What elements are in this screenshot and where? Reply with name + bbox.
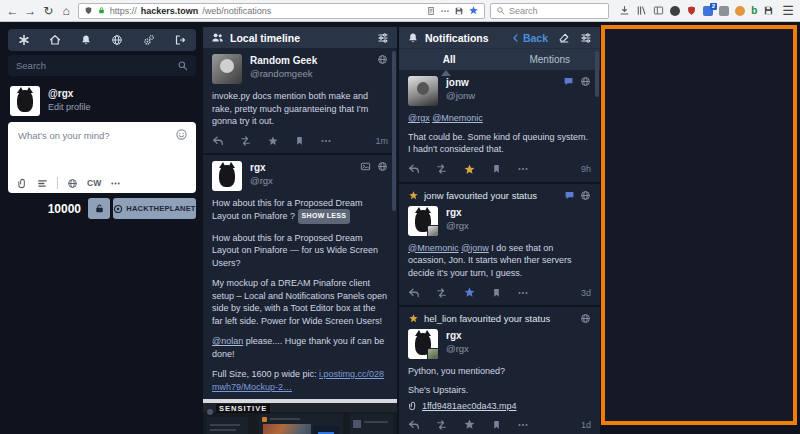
mention-link[interactable]: @jonw <box>461 243 489 253</box>
mention-link[interactable]: @rgx <box>408 113 430 123</box>
content-warning-button[interactable]: CW <box>87 178 101 188</box>
favourite-star-icon[interactable] <box>463 163 476 176</box>
notif-author-handle[interactable]: @rgx <box>446 343 469 354</box>
favourite-star-icon[interactable] <box>267 135 279 147</box>
home-icon[interactable] <box>49 34 61 46</box>
notif-author-name[interactable]: rgx <box>446 207 469 218</box>
show-less-button[interactable]: SHOW LESS <box>298 209 351 224</box>
bookmark-icon[interactable] <box>491 163 502 175</box>
avatar[interactable] <box>212 54 242 84</box>
url-bar[interactable]: https://hackers.town/web/notifications <box>78 3 485 19</box>
reply-icon[interactable] <box>408 287 420 299</box>
mention-link[interactable]: @Mnemonic <box>408 243 459 253</box>
favourite-star-icon[interactable] <box>463 286 476 299</box>
submit-toot-button[interactable]: HACKTHEPLANET <box>113 198 196 219</box>
extension-dark-circle-icon[interactable] <box>670 6 680 16</box>
notif-timestamp[interactable]: 1d <box>581 420 591 430</box>
post-author-name[interactable]: Random Geek <box>250 55 317 66</box>
boost-icon[interactable] <box>435 163 448 175</box>
page-actions-icon[interactable] <box>440 6 450 16</box>
search-input[interactable]: Search <box>8 55 196 76</box>
tab-mentions[interactable]: Mentions <box>500 49 601 70</box>
notif-author-handle[interactable]: @rgx <box>446 220 469 231</box>
sensitive-badge[interactable]: SENSITIVE <box>216 404 270 413</box>
globe-icon[interactable] <box>111 34 123 46</box>
avatar[interactable] <box>212 161 242 191</box>
chat-bubble-icon[interactable] <box>563 76 574 87</box>
reply-icon[interactable] <box>408 419 420 431</box>
column-settings-icon[interactable] <box>377 32 389 44</box>
post-author-name[interactable]: rgx <box>250 162 273 173</box>
save-page-icon[interactable] <box>454 6 464 16</box>
more-options-icon[interactable] <box>110 178 121 189</box>
avatar[interactable] <box>408 329 438 359</box>
avatar[interactable] <box>408 76 438 106</box>
menu-hamburger-icon[interactable]: ☰ <box>782 4 794 17</box>
bell-icon[interactable] <box>80 34 92 46</box>
sign-out-icon[interactable] <box>174 34 186 46</box>
chat-bubble-icon[interactable] <box>564 190 575 201</box>
avatar[interactable] <box>408 206 438 236</box>
bookmark-icon[interactable] <box>294 135 305 147</box>
favourite-star-icon[interactable] <box>463 418 476 431</box>
more-icon[interactable] <box>517 419 529 431</box>
more-icon[interactable] <box>320 135 332 147</box>
post-author-handle[interactable]: @randomgeek <box>250 68 317 79</box>
attach-icon[interactable] <box>17 178 28 189</box>
reply-icon[interactable] <box>408 163 420 175</box>
bookmark-icon[interactable] <box>491 419 502 431</box>
attachment-link[interactable]: 1ffd9481aec0da43.mp4 <box>408 401 591 411</box>
post-author-handle[interactable]: @rgx <box>250 175 273 186</box>
library-icon[interactable] <box>636 5 647 16</box>
downloads-icon[interactable] <box>619 5 630 16</box>
notif-author-handle[interactable]: @jonw <box>446 90 475 101</box>
more-icon[interactable] <box>517 163 529 175</box>
boost-icon[interactable] <box>435 419 448 431</box>
reply-icon[interactable] <box>212 135 224 147</box>
notif-author-name[interactable]: jonw <box>446 77 475 88</box>
tab-all[interactable]: All <box>399 49 500 70</box>
tracking-shield-icon[interactable] <box>84 6 93 15</box>
notifications-scrollbar[interactable] <box>595 51 599 97</box>
profile-block[interactable]: @rgx Edit profile <box>10 86 196 116</box>
notif-timestamp[interactable]: 3d <box>581 288 591 298</box>
mention-link[interactable]: @Mnemonic <box>432 113 483 123</box>
compose-box[interactable]: What's on your mind? CW <box>8 122 196 193</box>
back-icon[interactable]: ← <box>6 5 19 17</box>
unlisted-lock-button[interactable] <box>88 198 110 219</box>
extension-blue-icon[interactable]: 2 <box>703 6 713 16</box>
extension-b-icon[interactable]: b <box>751 6 757 16</box>
column-settings-icon[interactable] <box>580 32 592 44</box>
post-timestamp[interactable]: 1m <box>375 136 388 146</box>
forward-icon[interactable]: → <box>24 5 37 17</box>
boost-icon[interactable] <box>435 287 448 299</box>
local-scrollbar[interactable] <box>392 51 396 211</box>
mention-link[interactable]: @nolan <box>212 336 243 346</box>
home-browser-icon[interactable]: ⌂ <box>60 5 73 17</box>
media-attachment[interactable]: SENSITIVE <box>203 399 397 434</box>
adblock-shield-icon[interactable] <box>686 5 697 16</box>
clear-notifications-icon[interactable] <box>558 32 570 44</box>
avatar[interactable] <box>10 86 40 116</box>
boost-icon[interactable] <box>239 135 252 147</box>
emoji-picker-icon[interactable] <box>175 128 188 141</box>
back-button[interactable]: Back <box>511 32 548 44</box>
gear-icon[interactable] <box>142 34 155 47</box>
extension-grey-icon[interactable] <box>719 6 729 16</box>
bookmark-icon[interactable] <box>491 287 502 299</box>
https-lock-icon[interactable] <box>97 6 106 15</box>
more-icon[interactable] <box>517 287 529 299</box>
asterisk-icon[interactable] <box>18 34 30 46</box>
edit-profile-link[interactable]: Edit profile <box>48 102 91 112</box>
reader-mode-icon[interactable] <box>426 6 436 16</box>
notif-timestamp[interactable]: 9h <box>581 164 591 174</box>
browser-search-bar[interactable]: Search <box>490 3 609 19</box>
sidebar-toggle-icon[interactable] <box>653 5 664 16</box>
notif-author-name[interactable]: rgx <box>446 330 469 341</box>
bookmark-star-icon[interactable] <box>468 5 479 16</box>
extension-orange-icon[interactable] <box>735 6 745 16</box>
reload-icon[interactable]: ↻ <box>42 5 55 17</box>
privacy-globe-icon[interactable] <box>67 178 78 189</box>
save-disk-icon[interactable] <box>763 5 774 16</box>
poll-icon[interactable] <box>37 178 48 189</box>
